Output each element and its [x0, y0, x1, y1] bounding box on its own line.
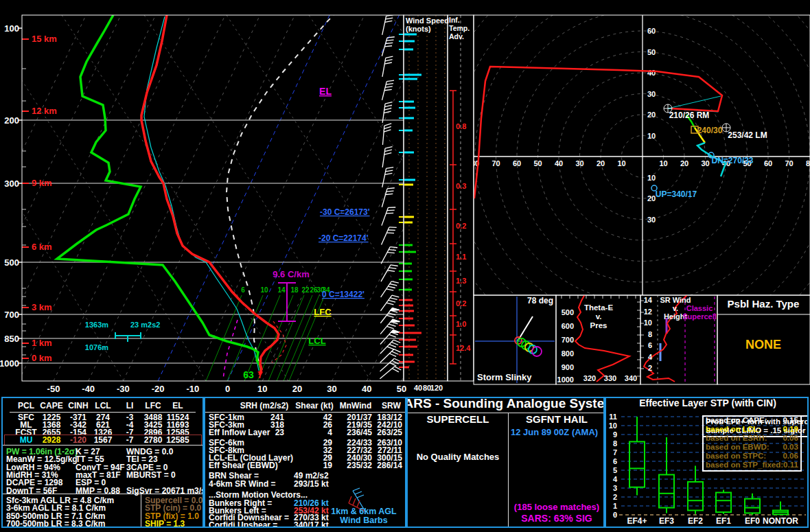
skewt-annotation: -30 C=26173' — [320, 207, 370, 217]
stp-box-EF4+ — [629, 417, 645, 495]
wind-speed-bar — [404, 34, 417, 36]
divider — [141, 494, 141, 527]
hodo-ring-label: 20 — [597, 159, 605, 167]
wind-speed-bar — [404, 361, 415, 363]
stp-panel[interactable]: Effective Layer STP (with CIN) 012345678… — [605, 397, 809, 528]
pressure-label: 1000 — [0, 358, 19, 369]
th-header: EL — [172, 402, 183, 410]
thetae-ylabel: 1000 — [557, 375, 574, 384]
advection-value: 0.2 — [456, 299, 466, 308]
wind-speed-bar — [404, 179, 415, 181]
kine-header: Shear (kt) — [295, 402, 333, 410]
kine-row-value: 286/14 — [360, 462, 402, 470]
upper-plots-canvas[interactable]: 6101418222630349.6 C/km1363m23 m2s21076m… — [0, 0, 810, 397]
kinematics-panel[interactable]: SRH (m2/s2)Shear (kt)MnWindSRWSFC-1km241… — [204, 397, 406, 528]
barb-caption: 1km & 6km AGL — [331, 508, 396, 516]
sars-sig-probability: SARS: 63% SIG — [521, 515, 592, 522]
wind-speed-bar — [404, 130, 413, 132]
stp-category-label: EF0 — [745, 516, 760, 526]
stp-ytick: 9 — [613, 430, 617, 439]
wind-speed-bar — [404, 117, 414, 119]
wind-speed-bar — [404, 184, 413, 186]
srwind-title: SR Wind — [660, 296, 691, 304]
srwind-ylabel: 12 — [644, 308, 652, 316]
th-header: LI — [126, 402, 134, 410]
wind-speed-bar — [404, 299, 413, 301]
mixing-ratio-label: 10 — [260, 286, 268, 294]
thermo-stat: MBURST = 0 — [126, 472, 176, 479]
temp-axis-label: 30 — [327, 384, 336, 394]
kine-row-value: 23 — [233, 429, 284, 437]
hodo-ring-label: 50 — [647, 48, 656, 56]
sars-hail-match[interactable]: 12 Jun 89 00Z (AMA) — [511, 428, 598, 436]
skewt-annotation: EL — [319, 86, 332, 97]
sars-title: SARS - Sounding Analogue System — [406, 400, 605, 407]
srwind-title: v. — [673, 304, 678, 312]
temp-axis-label: 40 — [362, 384, 371, 394]
hodo-ring-label: 10 — [647, 174, 656, 182]
temp-axis-label: 10 — [257, 384, 267, 394]
barb-caption: Wind Barbs — [340, 517, 387, 524]
wind-speed-bar — [404, 332, 421, 334]
wind-speed-bar — [404, 107, 415, 109]
wind-speed-bar — [404, 222, 413, 224]
sars-panel[interactable]: SARS - Sounding Analogue System SUPERCEL… — [406, 397, 605, 528]
sars-supercell-body: No Quality Matches — [417, 453, 500, 461]
srwind-46-label: 4-6km SR Wind = — [209, 481, 276, 488]
advection-value: 12.4 — [456, 344, 471, 352]
thermo-panel[interactable]: PCLCAPECINHLCLLILFCELSFC1225-371274-3348… — [1, 397, 204, 528]
wind-speed-bar — [404, 152, 414, 154]
stp-ytick: 6 — [613, 457, 617, 465]
th-header: LCL — [95, 402, 111, 410]
mixing-ratio-label: 6 — [241, 286, 245, 294]
hodo-ring-label: 70 — [491, 159, 500, 167]
hodo-ring-label: 70 — [785, 159, 793, 167]
wind-axis-label: 120 — [430, 384, 443, 392]
stp-legend-row: based on EBWD:0.03 — [706, 443, 798, 452]
wind-speed-bar — [404, 279, 413, 281]
sars-divider — [508, 413, 509, 527]
hazard-title: Psbl Haz. Type — [728, 298, 800, 310]
mixing-ratio-label: 14 — [277, 286, 286, 294]
stp-legend-row: based on LCL:0.19 — [706, 425, 798, 434]
hodo-ring-label: 20 — [647, 194, 656, 203]
wind-speed-bar — [404, 270, 412, 273]
stp-ytick: 5 — [613, 466, 617, 474]
temp-axis-label: 50 — [397, 384, 406, 394]
pressure-label: 300 — [4, 178, 19, 189]
hodo-ring-label: 60 — [513, 159, 521, 167]
storm-vector-label: Corfidi Upshear = — [209, 522, 277, 528]
hodo-ring-label: 10 — [647, 132, 656, 140]
kine-row-value: 263/25 — [360, 429, 402, 437]
stp-ytick: 3 — [613, 484, 617, 492]
stp-box-EF2 — [688, 466, 703, 514]
corfidi-up-label: UP=340/17 — [656, 189, 697, 199]
mixing-ratio-label: 18 — [290, 286, 299, 294]
wind-speed-subtitle: (knots) — [406, 25, 431, 33]
pressure-label: 850 — [4, 334, 19, 344]
wind-axis-label: 40 — [414, 384, 422, 392]
advection-title: Adv. — [449, 32, 464, 41]
thetae-ylabel: 700 — [562, 336, 574, 344]
wind-speed-bar — [404, 318, 413, 320]
hodo-ring-label: 80 — [806, 159, 810, 167]
stp-box-NONTOR — [773, 502, 788, 516]
srwind-46-value: 293/15 kt — [294, 481, 329, 488]
wind-speed-bar — [404, 354, 413, 356]
stp-ytick: 8 — [613, 439, 617, 448]
bunkers-right-label: 210/26 RM — [669, 111, 710, 120]
wind-speed-bar — [404, 367, 409, 369]
hodo-ring-label: 50 — [533, 159, 542, 167]
wind-speed-bar — [404, 263, 412, 265]
skewt-annotation: LFC — [314, 307, 332, 317]
thetae-ylabel: 600 — [562, 322, 574, 330]
surface-dewpoint-value: 63 — [243, 369, 254, 380]
mu-row-highlight — [4, 435, 202, 446]
stp-box-EF1 — [716, 490, 731, 514]
kine-row-value: 26 — [288, 421, 332, 429]
divider — [3, 494, 202, 494]
stp-ytick: 0 — [613, 511, 617, 519]
height-km-label: 15 km — [32, 34, 57, 44]
inflow-srh-label: 23 m2s2 — [130, 321, 160, 329]
lapse-rate-label: 9.6 C/km — [273, 269, 309, 279]
